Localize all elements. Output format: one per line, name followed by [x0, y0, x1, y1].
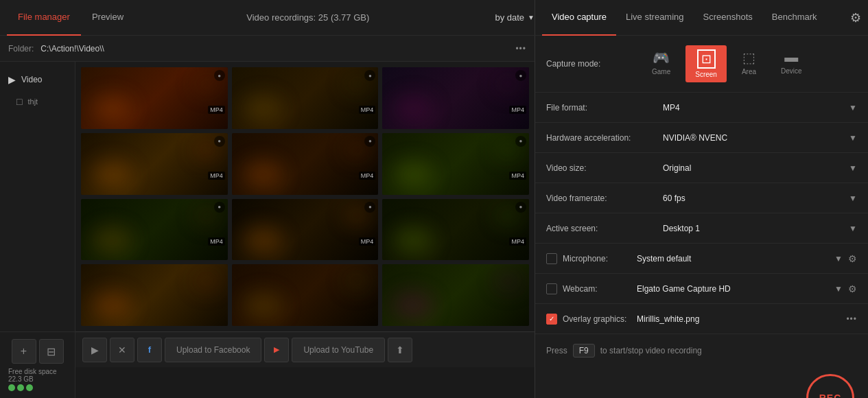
free-disk-info: Free disk space 22.3 GB [5, 368, 69, 391]
sort-arrow-icon: ▼ [528, 14, 535, 21]
format-badge-0: MP4 [208, 106, 225, 114]
video-thumb-4[interactable]: ● MP4 Action 11-12-2017 14-01-12.mp4 [232, 133, 379, 195]
setting-dropdown-1[interactable]: ▼ [849, 133, 857, 143]
video-thumb-3[interactable]: ● MP4 Action 11-12-2017 14-01-47.mp4 [81, 133, 228, 195]
left-panel: Folder: C:\Action!\Video\\ ••• ▶ Video □… [0, 36, 535, 398]
capture-mode-icons: 🎮 Game ⊡ Screen ⬚ Area ▬ Device [642, 45, 812, 82]
main-content: Folder: C:\Action!\Video\\ ••• ▶ Video □… [0, 36, 868, 398]
thumb-image-9 [81, 264, 228, 326]
sidebar-bottom: + ⊟ Free disk space 22.3 GB [0, 331, 75, 398]
youtube-icon-button[interactable]: ▶ [264, 338, 289, 362]
video-folder-icon: ▶ [8, 74, 16, 85]
thumb-image-4: ● MP4 [232, 133, 379, 195]
free-disk-size: 22.3 GB [8, 375, 69, 383]
video-thumb-1[interactable]: ● MP4 ShadowWarrior2 12-11-... [232, 67, 379, 129]
checkbox-1[interactable] [546, 283, 557, 294]
tab-benchmark[interactable]: Benchmark [762, 0, 827, 36]
shortcut-row: Press F9 to start/stop video recording [535, 334, 868, 367]
play-button[interactable]: ▶ [82, 338, 107, 362]
press-label: Press [546, 346, 567, 355]
sidebar: ▶ Video □ thjt [0, 62, 75, 331]
upload-facebook-button[interactable]: Upload to Facebook [165, 338, 261, 362]
folder-more-icon[interactable]: ••• [515, 44, 526, 54]
right-header: Video capture Live streaming Screenshots… [535, 0, 868, 35]
sidebar-video-label: Video [21, 75, 42, 84]
video-thumb-11[interactable] [382, 264, 529, 326]
remove-button[interactable]: ⊟ [39, 339, 64, 364]
shortcut-key: F9 [573, 344, 595, 358]
setting-label-4: Active screen: [546, 224, 663, 233]
folder-path: C:\Action!\Video\\ [40, 44, 508, 54]
screen-icon: ⊡ [697, 49, 716, 69]
disk-dots [8, 384, 69, 391]
bottom-toolbar: ▶ ✕ f Upload to Facebook ▶ Upload to You… [75, 331, 535, 367]
video-thumb-5[interactable]: ● MP4 Action 11-12-2017 13-58-00.mp4 [382, 133, 529, 195]
tab-file-manager[interactable]: File manager [7, 0, 81, 36]
thumb-image-0: ● MP4 [81, 67, 228, 129]
rec-button[interactable]: REC [806, 374, 854, 398]
left-header: File manager Preview Video recordings: 2… [0, 0, 535, 35]
content-area: ▶ Video □ thjt ● MP4 ShadowWarrior2 12-1… [0, 62, 535, 331]
screen-label: Screen [695, 71, 717, 78]
format-badge-4: MP4 [359, 172, 376, 180]
capture-game-button[interactable]: 🎮 Game [642, 45, 680, 82]
setting-dropdown-2[interactable]: ▼ [849, 163, 857, 173]
setting-dropdown-4[interactable]: ▼ [849, 224, 857, 233]
check-dots-2[interactable]: ••• [846, 314, 857, 324]
thumb-corner-icon-8: ● [515, 202, 526, 213]
thumb-image-3: ● MP4 [81, 133, 228, 195]
setting-label-0: File format: [546, 103, 663, 113]
setting-value-0: MP4 [663, 103, 849, 113]
thumb-corner-icon-4: ● [364, 136, 375, 147]
folder-label: Folder: [8, 44, 34, 54]
thumb-corner-icon-3: ● [214, 136, 225, 147]
thumb-corner-icon-7: ● [364, 202, 375, 213]
thumb-corner-icon-0: ● [214, 70, 225, 81]
thumb-corner-icon-5: ● [515, 136, 526, 147]
delete-button[interactable]: ✕ [110, 338, 134, 362]
add-button[interactable]: + [12, 339, 36, 364]
video-thumb-0[interactable]: ● MP4 ShadowWarrior2 12-11-... [81, 67, 228, 129]
check-dropdown-0[interactable]: ▼ [834, 254, 843, 264]
setting-dropdown-0[interactable]: ▼ [849, 103, 857, 113]
capture-screen-button[interactable]: ⊡ Screen [685, 45, 727, 82]
game-icon: 🎮 [653, 49, 670, 66]
sort-by-date[interactable]: by date ▼ [495, 12, 535, 23]
sidebar-item-video[interactable]: ▶ Video [0, 69, 75, 91]
video-thumb-8[interactable]: ● MP4 Action 11-12-2017 13-56-08.mp4 [382, 199, 529, 261]
tab-screenshots[interactable]: Screenshots [694, 0, 762, 36]
upload-youtube-button[interactable]: Upload to YouTube [292, 338, 385, 362]
video-thumb-2[interactable]: ● MP4 ShadowWarrior2 12-11-... [382, 67, 529, 129]
thumb-image-2: ● MP4 [382, 67, 529, 129]
setting-dropdown-3[interactable]: ▼ [849, 194, 857, 203]
checkbox-row-1: Webcam: Elgato Game Capture HD ▼ ⚙ [535, 274, 868, 304]
video-thumb-6[interactable]: ● MP4 Action 11-12-2017 13-57-30.mp4 [81, 199, 228, 261]
thumb-image-6: ● MP4 [81, 199, 228, 261]
capture-device-button[interactable]: ▬ Device [771, 45, 812, 82]
device-icon: ▬ [784, 49, 798, 65]
check-gear-0[interactable]: ⚙ [848, 253, 857, 264]
device-label: Device [781, 67, 802, 75]
check-gear-1[interactable]: ⚙ [848, 283, 857, 294]
thumb-image-10 [232, 264, 379, 326]
format-badge-2: MP4 [509, 106, 526, 114]
video-thumb-7[interactable]: ● MP4 Action 11-12-2017 13-57-00.mp4 [232, 199, 379, 261]
export-button[interactable]: ⬆ [388, 338, 412, 362]
video-thumb-9[interactable] [81, 264, 228, 326]
tab-live-streaming[interactable]: Live streaming [616, 0, 694, 36]
facebook-icon-button[interactable]: f [137, 338, 162, 362]
disk-dot-1 [8, 384, 15, 391]
checkbox-2[interactable] [546, 314, 557, 325]
settings-gear-icon[interactable]: ⚙ [850, 10, 861, 25]
checkbox-row-0: Microphone: System default ▼ ⚙ [535, 244, 868, 274]
thumb-image-7: ● MP4 [232, 199, 379, 261]
video-thumb-10[interactable] [232, 264, 379, 326]
check-dropdown-1[interactable]: ▼ [834, 284, 843, 294]
tab-video-capture[interactable]: Video capture [542, 0, 616, 36]
tab-preview[interactable]: Preview [81, 0, 134, 36]
checkbox-0[interactable] [546, 253, 557, 264]
sidebar-item-thjt[interactable]: □ thjt [0, 91, 75, 113]
youtube-upload-label: Upload to YouTube [303, 345, 373, 355]
area-icon: ⬚ [742, 49, 755, 66]
capture-area-button[interactable]: ⬚ Area [732, 45, 766, 82]
